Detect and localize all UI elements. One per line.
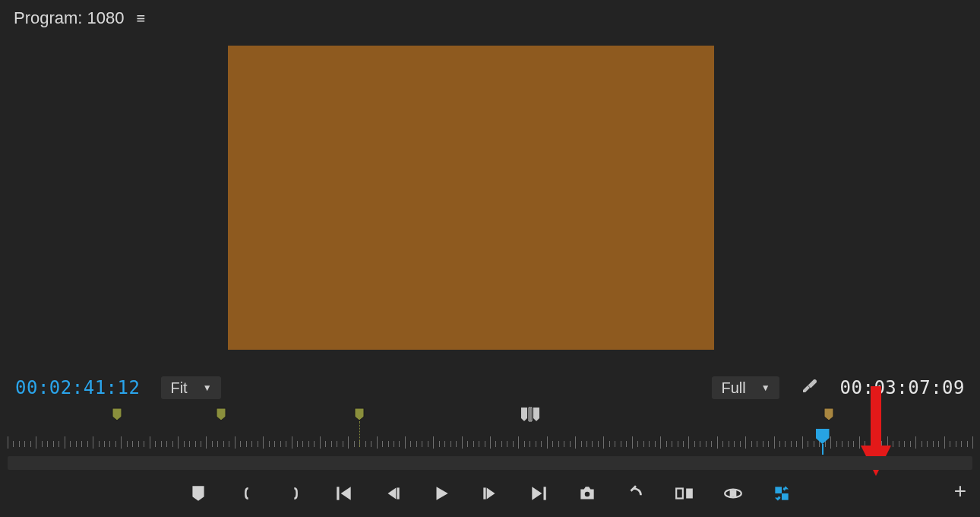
proxy-toggle-button[interactable]: [770, 482, 793, 505]
undo-arrow-icon: [626, 484, 646, 503]
chevron-down-icon: ▼: [203, 382, 212, 393]
mark-in-button[interactable]: [236, 482, 258, 505]
sequence-duration: 00:03:07:09: [840, 377, 965, 398]
svg-point-13: [585, 492, 590, 497]
transport-controls: [0, 470, 980, 517]
svg-rect-9: [483, 487, 485, 499]
vr-video-toggle-button[interactable]: [722, 482, 744, 505]
go-to-in-button[interactable]: [333, 482, 356, 505]
export-frame-button[interactable]: [576, 482, 599, 505]
mark-in-icon: [239, 486, 254, 501]
svg-marker-10: [487, 487, 495, 499]
sequence-marker[interactable]: [354, 408, 365, 421]
marker-icon: [188, 484, 208, 503]
go-to-out-button[interactable]: [527, 482, 550, 505]
svg-rect-7: [397, 487, 399, 499]
video-preview[interactable]: [228, 46, 714, 350]
step-back-icon: [383, 484, 403, 503]
zoom-dropdown[interactable]: Fit ▼: [161, 376, 220, 399]
comparison-view-icon: [675, 484, 694, 503]
chevron-down-icon: ▼: [761, 382, 770, 393]
svg-marker-8: [437, 487, 448, 500]
monitor-controls-row: 00:02:41:12 Fit ▼ Full ▼ 00:03:07:09: [0, 373, 980, 403]
resolution-dropdown[interactable]: Full ▼: [712, 376, 779, 399]
button-editor-add[interactable]: +: [954, 479, 966, 503]
wrench-icon: [801, 376, 819, 395]
proxy-toggle-icon: [772, 484, 792, 503]
program-monitor-panel: Program: 1080 ≡ 00:02:41:12 Fit ▼ Full ▼…: [0, 0, 980, 517]
play-icon: [432, 484, 451, 503]
current-timecode[interactable]: 00:02:41:12: [15, 377, 140, 398]
add-marker-button[interactable]: [187, 482, 210, 505]
step-forward-icon: [480, 484, 500, 503]
zoom-dropdown-label: Fit: [170, 379, 187, 397]
time-ruler-row: [0, 403, 980, 456]
resolution-dropdown-label: Full: [721, 379, 745, 397]
svg-marker-5: [341, 487, 351, 500]
svg-rect-15: [686, 489, 693, 499]
comparison-view-button[interactable]: [673, 482, 696, 505]
panel-header: Program: 1080 ≡: [0, 0, 980, 36]
mark-out-icon: [288, 486, 303, 501]
step-back-button[interactable]: [381, 482, 404, 505]
mark-out-button[interactable]: [284, 482, 307, 505]
marker-line: [359, 421, 360, 447]
go-to-out-icon: [529, 484, 548, 503]
playhead-line: [822, 444, 824, 455]
settings-button[interactable]: [801, 376, 819, 399]
svg-rect-4: [337, 487, 339, 500]
sequence-marker[interactable]: [216, 408, 226, 421]
svg-rect-17: [731, 491, 736, 496]
sequence-marker[interactable]: [824, 408, 834, 421]
camera-icon: [577, 484, 597, 503]
preview-area: [0, 36, 980, 373]
lift-button[interactable]: [624, 482, 647, 505]
timeline-scrollbar[interactable]: [8, 456, 972, 470]
svg-rect-12: [544, 487, 546, 500]
panel-title: Program: 1080: [14, 8, 125, 28]
panel-menu-icon[interactable]: ≡: [137, 10, 146, 27]
svg-rect-14: [676, 489, 683, 499]
sequence-marker[interactable]: [112, 408, 122, 421]
step-forward-button[interactable]: [479, 482, 501, 505]
svg-marker-11: [532, 487, 542, 500]
vr-icon: [723, 484, 743, 503]
svg-marker-6: [388, 487, 397, 499]
go-to-in-icon: [334, 484, 354, 503]
play-button[interactable]: [430, 482, 453, 505]
in-out-indicator-icon: [520, 406, 541, 423]
